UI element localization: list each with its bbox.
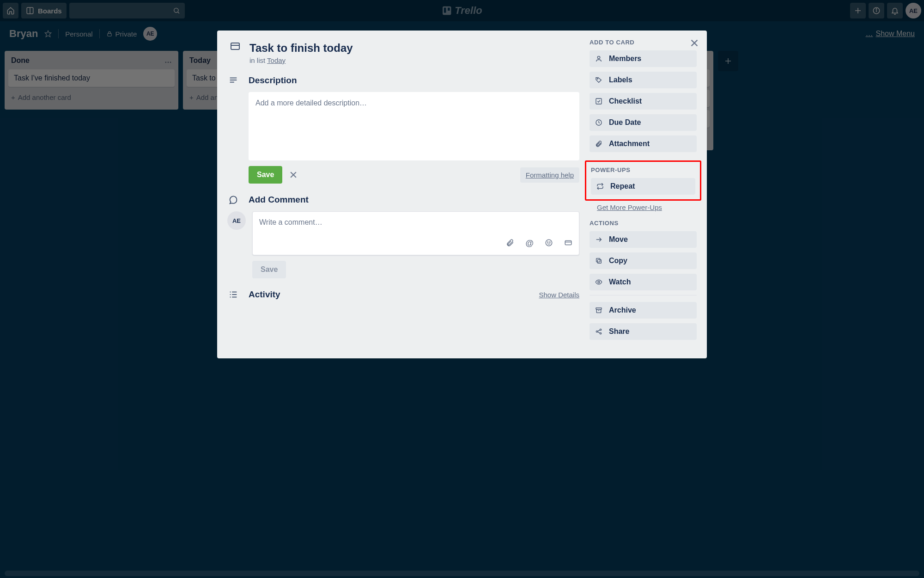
close-icon bbox=[289, 170, 298, 179]
copy-label: Copy bbox=[609, 257, 627, 265]
watch-label: Watch bbox=[609, 278, 631, 286]
close-icon bbox=[689, 38, 699, 48]
show-details-link[interactable]: Show Details bbox=[539, 291, 579, 299]
attachment-label: Attachment bbox=[609, 140, 650, 148]
svg-rect-38 bbox=[596, 98, 602, 104]
card-icon bbox=[227, 39, 243, 75]
card-title[interactable]: Task to finish today bbox=[249, 42, 579, 55]
svg-point-37 bbox=[597, 78, 598, 79]
comment-section: Add Comment AE Write a comment… @ Save bbox=[227, 195, 579, 278]
attachment-icon[interactable] bbox=[506, 239, 514, 248]
share-button[interactable]: Share bbox=[590, 323, 697, 340]
labels-label: Labels bbox=[609, 76, 632, 84]
due-date-label: Due Date bbox=[609, 118, 641, 127]
emoji-icon[interactable] bbox=[545, 239, 553, 248]
description-section: Description Add a more detailed descript… bbox=[227, 75, 579, 184]
arrow-right-icon bbox=[595, 236, 603, 243]
svg-line-50 bbox=[597, 332, 600, 333]
description-heading: Description bbox=[249, 75, 579, 86]
copy-button[interactable]: Copy bbox=[590, 252, 697, 269]
svg-rect-44 bbox=[596, 308, 602, 309]
tag-icon bbox=[595, 76, 603, 84]
power-ups-heading: Power-Ups bbox=[591, 166, 695, 173]
repeat-label: Repeat bbox=[610, 182, 635, 191]
svg-point-26 bbox=[547, 242, 548, 243]
description-icon bbox=[228, 75, 238, 86]
close-button[interactable] bbox=[689, 38, 699, 48]
svg-line-49 bbox=[597, 330, 600, 332]
comment-input[interactable]: Write a comment… @ bbox=[252, 211, 579, 255]
archive-label: Archive bbox=[609, 306, 636, 314]
comment-avatar: AE bbox=[227, 211, 246, 230]
archive-button[interactable]: Archive bbox=[590, 302, 697, 319]
svg-point-27 bbox=[550, 242, 551, 243]
checklist-button[interactable]: Checklist bbox=[590, 93, 697, 110]
mention-icon[interactable]: @ bbox=[525, 239, 534, 248]
svg-point-43 bbox=[598, 281, 600, 283]
card-in-list: in list Today bbox=[249, 56, 579, 64]
watch-button[interactable]: Watch bbox=[590, 274, 697, 290]
checklist-label: Checklist bbox=[609, 97, 642, 105]
comment-placeholder: Write a comment… bbox=[259, 218, 572, 227]
clock-icon bbox=[595, 119, 603, 126]
description-input[interactable]: Add a more detailed description… bbox=[249, 92, 579, 160]
share-icon bbox=[595, 328, 603, 335]
save-button[interactable]: Save bbox=[249, 166, 282, 184]
move-button[interactable]: Move bbox=[590, 231, 697, 248]
eye-icon bbox=[595, 278, 603, 286]
actions-heading: Actions bbox=[590, 220, 697, 227]
in-list-link[interactable]: Today bbox=[267, 56, 286, 64]
members-button[interactable]: Members bbox=[590, 50, 697, 67]
svg-rect-28 bbox=[565, 241, 571, 245]
due-date-button[interactable]: Due Date bbox=[590, 114, 697, 131]
labels-button[interactable]: Labels bbox=[590, 72, 697, 88]
move-label: Move bbox=[609, 235, 628, 244]
get-more-power-ups-link[interactable]: Get More Power-Ups bbox=[597, 203, 697, 211]
comment-icon bbox=[228, 195, 238, 205]
repeat-button[interactable]: Repeat bbox=[591, 178, 695, 195]
comment-save-button[interactable]: Save bbox=[252, 261, 286, 278]
separator bbox=[590, 295, 697, 295]
members-label: Members bbox=[609, 55, 641, 63]
activity-icon bbox=[228, 289, 238, 300]
comment-heading: Add Comment bbox=[249, 195, 579, 205]
attachment-button[interactable]: Attachment bbox=[590, 135, 697, 152]
svg-point-36 bbox=[597, 56, 600, 59]
svg-rect-42 bbox=[596, 258, 600, 262]
card-sidebar: Add to card Members Labels Checklist Due… bbox=[590, 39, 697, 344]
copy-icon bbox=[595, 257, 603, 264]
cancel-button[interactable] bbox=[289, 170, 298, 179]
share-label: Share bbox=[609, 327, 629, 336]
repeat-icon bbox=[596, 183, 605, 190]
card-modal: Task to finish today in list Today Descr… bbox=[217, 31, 707, 358]
add-to-card-heading: Add to card bbox=[590, 39, 697, 46]
checklist-icon bbox=[595, 98, 603, 105]
svg-rect-18 bbox=[231, 43, 239, 49]
formatting-help-link[interactable]: Formatting help bbox=[520, 167, 579, 183]
svg-point-25 bbox=[546, 240, 552, 246]
activity-section: Activity Show Details bbox=[227, 289, 579, 300]
svg-rect-41 bbox=[597, 259, 601, 263]
archive-icon bbox=[595, 307, 603, 314]
activity-heading: Activity bbox=[249, 289, 280, 300]
in-list-prefix: in list bbox=[249, 56, 267, 64]
attachment-icon bbox=[595, 140, 603, 148]
power-ups-highlight: Power-Ups Repeat bbox=[585, 160, 701, 201]
user-icon bbox=[595, 55, 603, 62]
card-icon[interactable] bbox=[564, 239, 572, 248]
